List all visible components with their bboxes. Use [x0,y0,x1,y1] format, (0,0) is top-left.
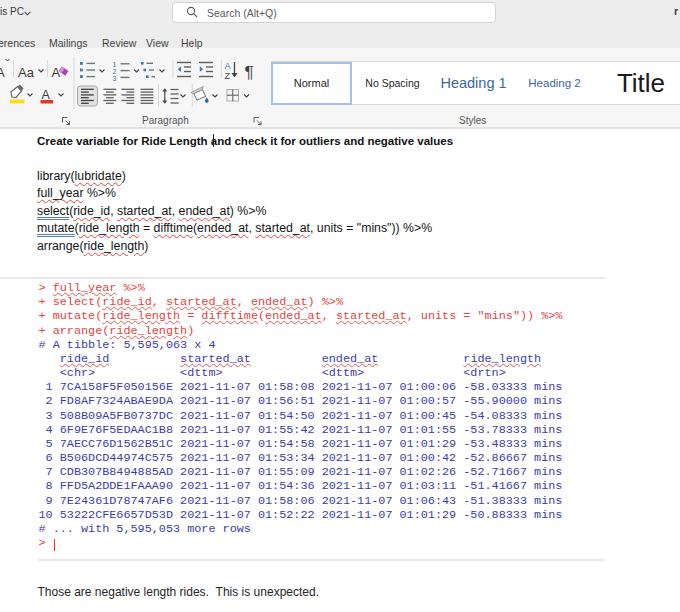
svg-text:2: 2 [113,68,117,75]
svg-text:1: 1 [113,61,117,68]
svg-text:A: A [225,61,231,71]
svg-text:A: A [0,65,5,80]
svg-text:Aa: Aa [18,65,35,80]
svg-text:3: 3 [113,75,117,82]
svg-text:A: A [42,88,51,102]
svg-text:A: A [52,65,61,80]
svg-text:¶: ¶ [245,63,254,82]
svg-text:Z: Z [225,71,231,81]
